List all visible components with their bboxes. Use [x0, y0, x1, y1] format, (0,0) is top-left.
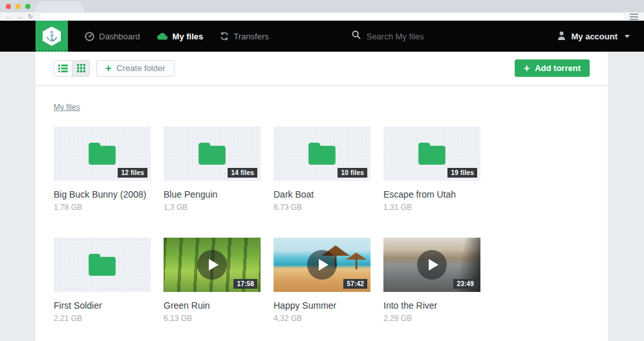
breadcrumb[interactable]: My files — [54, 103, 80, 112]
page-background: + Create folder + Add torrent My files 1… — [0, 52, 644, 341]
play-icon[interactable] — [307, 250, 337, 280]
duration-badge: 23:49 — [453, 279, 477, 289]
grid-view-button[interactable] — [72, 61, 89, 76]
address-bar[interactable] — [40, 14, 625, 19]
file-thumbnail[interactable]: 10 files — [274, 127, 370, 181]
content-panel: + Create folder + Add torrent My files 1… — [36, 52, 608, 341]
file-name: Happy Summer — [274, 300, 370, 311]
browser-tabbar — [0, 0, 644, 12]
forward-icon[interactable]: → — [17, 14, 23, 20]
nav-item-dashboard[interactable]: Dashboard — [85, 32, 140, 41]
window-controls[interactable] — [6, 4, 30, 9]
file-card[interactable]: 19 files Escape from Utah 1,31 GB — [383, 127, 480, 212]
folder-icon — [87, 253, 117, 276]
file-thumbnail[interactable]: 14 files — [164, 127, 261, 181]
create-folder-label: Create folder — [116, 63, 165, 73]
file-name: Dark Boat — [274, 189, 370, 200]
navbar-search — [352, 30, 558, 42]
play-icon[interactable] — [197, 250, 227, 280]
folder-icon — [87, 142, 117, 165]
folder-icon — [197, 142, 227, 165]
file-size: 4,32 GB — [274, 314, 370, 323]
plus-icon: + — [524, 63, 530, 74]
file-card[interactable]: 17:58 Green Ruin 6,13 GB — [164, 238, 261, 323]
account-menu[interactable]: My account — [557, 31, 630, 42]
file-size: 1,78 GB — [54, 203, 151, 212]
file-thumbnail[interactable]: 19 files — [383, 127, 480, 181]
dashboard-icon — [85, 32, 94, 41]
transfers-icon — [220, 32, 229, 41]
brand-logo[interactable]: ⚓ — [36, 21, 68, 52]
folder-icon — [307, 142, 337, 165]
file-name: Big Buck Bunny (2008) — [54, 189, 151, 200]
account-label: My account — [571, 32, 617, 41]
app-navbar: ⚓ Dashboard My files Transfers My accoun… — [0, 21, 644, 52]
create-folder-button[interactable]: + Create folder — [96, 60, 175, 77]
nav-item-label: Transfers — [233, 32, 268, 41]
file-count-badge: 14 files — [228, 168, 257, 178]
list-view-icon — [58, 65, 68, 72]
chevron-down-icon — [625, 35, 630, 38]
file-card[interactable]: 23:49 Into the River 2,29 GB — [383, 238, 480, 323]
add-torrent-button[interactable]: + Add torrent — [515, 59, 590, 77]
file-thumbnail[interactable] — [54, 238, 151, 292]
video-thumbnail[interactable]: 57:42 — [274, 238, 370, 292]
play-icon[interactable] — [417, 250, 447, 280]
file-size: 1,31 GB — [383, 203, 480, 212]
reload-icon[interactable]: ↻ — [28, 14, 33, 20]
list-view-button[interactable] — [54, 61, 72, 76]
folder-icon — [417, 142, 447, 165]
user-icon — [557, 31, 566, 42]
minimize-window-button[interactable] — [16, 4, 21, 9]
file-grid: 12 files Big Buck Bunny (2008) 1,78 GB 1… — [36, 112, 608, 341]
file-name: Blue Penguin — [164, 189, 261, 200]
file-size: 6,13 GB — [164, 314, 261, 323]
file-name: Green Ruin — [164, 300, 261, 311]
browser-menu-icon[interactable] — [630, 14, 638, 20]
duration-badge: 17:58 — [233, 279, 257, 289]
file-size: 2,21 GB — [54, 314, 151, 323]
nav-item-label: Dashboard — [99, 32, 140, 41]
files-toolbar: + Create folder + Add torrent — [36, 52, 608, 87]
file-size: 1,3 GB — [164, 203, 261, 212]
video-thumbnail[interactable]: 23:49 — [383, 238, 480, 292]
back-icon[interactable]: ← — [6, 14, 12, 20]
file-name: Escape from Utah — [383, 189, 480, 200]
file-size: 6,73 GB — [274, 203, 370, 212]
close-window-button[interactable] — [6, 4, 11, 9]
browser-toolbar: ← → ↻ — [0, 12, 644, 21]
file-card[interactable]: 14 files Blue Penguin 1,3 GB — [164, 127, 261, 212]
file-thumbnail[interactable]: 12 files — [54, 127, 151, 181]
file-card[interactable]: 10 files Dark Boat 6,73 GB — [274, 127, 370, 212]
file-name: Into the River — [383, 300, 480, 311]
grid-view-icon — [77, 64, 85, 72]
maximize-window-button[interactable] — [25, 4, 30, 9]
file-card[interactable]: 12 files Big Buck Bunny (2008) 1,78 GB — [54, 127, 151, 212]
duration-badge: 57:42 — [343, 279, 367, 289]
cloud-icon — [157, 32, 168, 40]
nav-item-my-files[interactable]: My files — [157, 32, 204, 41]
file-card[interactable]: 57:42 Happy Summer 4,32 GB — [274, 238, 370, 323]
anchor-icon: ⚓ — [43, 26, 61, 46]
add-torrent-label: Add torrent — [535, 63, 581, 73]
file-count-badge: 12 files — [118, 168, 147, 178]
search-icon — [352, 30, 361, 42]
plus-icon: + — [105, 63, 111, 74]
file-card[interactable]: First Soldier 2,21 GB — [54, 238, 151, 323]
file-count-badge: 10 files — [338, 168, 367, 178]
file-size: 2,29 GB — [383, 314, 480, 323]
nav-item-transfers[interactable]: Transfers — [220, 32, 268, 41]
video-thumbnail[interactable]: 17:58 — [164, 238, 261, 292]
file-name: First Soldier — [54, 300, 151, 311]
search-input[interactable] — [367, 32, 509, 41]
file-count-badge: 19 files — [447, 168, 477, 178]
nav-item-label: My files — [173, 32, 204, 41]
view-toggle-group — [54, 60, 90, 77]
browser-tab[interactable] — [34, 1, 85, 12]
